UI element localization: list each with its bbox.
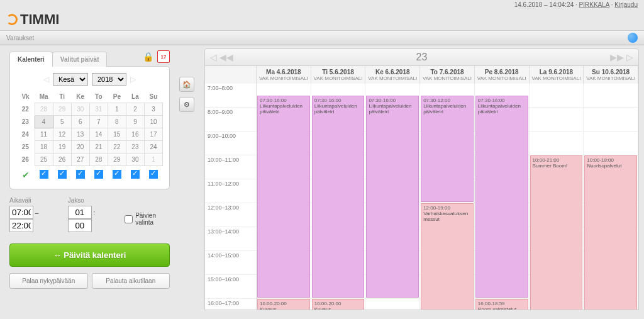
calendar-grid-scroll[interactable]: 7:00–8:008:00–9:009:00–10:0010:00–11:001… <box>204 84 639 310</box>
calendar-event[interactable]: 16:00-20:00Kuvaus <box>257 299 310 310</box>
tab-calendar[interactable]: Kalenteri <box>9 52 53 67</box>
day-checkbox[interactable] <box>58 170 67 179</box>
mini-cal-day[interactable]: 14 <box>89 128 108 141</box>
mini-cal-day[interactable]: 1 <box>108 103 126 116</box>
globe-icon[interactable] <box>628 33 638 43</box>
mini-cal-day[interactable]: 16 <box>126 128 144 141</box>
day-header: Su 10.6.2018VAK MONITOIMISALI <box>584 66 638 84</box>
calendar-event[interactable]: 07:30-16:00Liikuntapalveluiden päiväleir… <box>312 96 365 298</box>
prev-week-button[interactable]: ◁ ◀◀ <box>210 52 233 62</box>
ok-icon: ✔ <box>22 170 30 180</box>
time-slot-label: 13:00–14:00 <box>205 227 256 251</box>
mini-cal-day[interactable]: 19 <box>53 141 71 154</box>
mini-cal-day[interactable]: 10 <box>144 116 162 128</box>
gear-icon[interactable]: ⚙ <box>179 97 194 112</box>
logo-icon <box>6 14 18 25</box>
day-column[interactable]: 10:00-21:00Summer Boom! <box>530 84 584 310</box>
week-number: 23 <box>233 52 610 63</box>
day-header: To 7.6.2018VAK MONITOIMISALI <box>420 66 475 84</box>
mini-cal-day[interactable]: 2 <box>126 103 144 116</box>
next-month-button[interactable]: ▷ <box>130 75 136 84</box>
time-slot-label: 16:00–17:00 <box>205 299 256 310</box>
calendar-event[interactable]: 07:30-16:00Liikuntapalveluiden päiväleir… <box>257 96 310 298</box>
day-checkbox[interactable] <box>149 170 158 179</box>
mini-cal-day[interactable]: 29 <box>108 154 126 166</box>
mini-cal-day[interactable]: 8 <box>108 116 126 128</box>
time-slot-label: 9:00–10:00 <box>205 132 256 155</box>
mini-cal-day[interactable]: 3 <box>144 103 162 116</box>
mini-cal-day[interactable]: 22 <box>108 141 126 154</box>
period-hour-input[interactable] <box>68 206 92 219</box>
reset-button[interactable]: Palauta alkutilaan <box>92 273 170 289</box>
day-column[interactable]: 10:00-18:00Nuorisopalvelut <box>584 84 638 310</box>
day-checkbox[interactable] <box>40 170 48 179</box>
calendar-event[interactable]: 07:30-12:00Liikuntapalveluiden päiväleir… <box>421 96 474 202</box>
period-min-input[interactable] <box>68 219 92 232</box>
tab-selected-days[interactable]: Valitut päivät <box>52 52 108 67</box>
calendar-event[interactable]: 07:30-16:00Liikuntapalveluiden päiväleir… <box>366 96 419 298</box>
time-label: Aikaväli <box>9 197 58 204</box>
tenant-link[interactable]: PIRKKALA <box>579 1 609 8</box>
mini-cal-day[interactable]: 20 <box>71 141 89 154</box>
day-column[interactable]: 07:30-16:00Liikuntapalveluiden päiväleir… <box>365 84 420 310</box>
logo-row: TIMMI <box>0 11 644 30</box>
day-column[interactable]: 07:30-16:00Liikuntapalveluiden päiväleir… <box>475 84 530 310</box>
mini-cal-day[interactable]: 13 <box>71 128 89 141</box>
day-column[interactable]: 07:30-12:00Liikuntapalveluiden päiväleir… <box>420 84 475 310</box>
time-to-input[interactable] <box>9 219 33 232</box>
mini-cal-day[interactable]: 11 <box>35 128 53 141</box>
mini-cal-day[interactable]: 24 <box>144 141 162 154</box>
calendar-event[interactable]: 10:00-18:00Nuorisopalvelut <box>584 155 637 310</box>
mini-cal-day[interactable]: 18 <box>35 141 53 154</box>
mini-cal-day[interactable]: 7 <box>89 116 108 128</box>
day-select-checkbox[interactable] <box>125 215 133 223</box>
period-label: Jakso <box>68 197 114 204</box>
month-select[interactable]: Kesä <box>53 73 88 86</box>
today-button[interactable]: Palaa nykypäivään <box>9 273 88 289</box>
day-column[interactable]: 07:30-16:00Liikuntapalveluiden päiväleir… <box>257 84 311 310</box>
mini-cal-day[interactable]: 1 <box>144 154 162 166</box>
day-checkbox[interactable] <box>131 170 140 179</box>
calendar-event[interactable]: 10:00-21:00Summer Boom! <box>530 155 583 310</box>
mini-cal-day[interactable]: 23 <box>126 141 144 154</box>
day-checkbox[interactable] <box>94 170 103 179</box>
mini-cal-day[interactable]: 27 <box>71 154 89 166</box>
home-icon[interactable]: 🏠 <box>179 77 194 92</box>
mini-cal-day[interactable]: 9 <box>126 116 144 128</box>
mini-cal-day[interactable]: 17 <box>144 128 162 141</box>
mini-cal-day[interactable]: 21 <box>89 141 108 154</box>
time-slot-label: 15:00–16:00 <box>205 275 256 299</box>
mini-cal-day[interactable]: 30 <box>126 154 144 166</box>
calendar-event[interactable]: 16:00-18:59Boom-valmistelut <box>475 299 528 310</box>
mini-cal-day[interactable]: 25 <box>35 154 53 166</box>
mini-cal-day[interactable]: 4 <box>35 116 53 128</box>
calendar-event[interactable]: 16:00-20:00Kuvaus <box>312 299 365 310</box>
day-checkbox[interactable] <box>76 170 85 179</box>
year-select[interactable]: 2018 <box>92 73 126 86</box>
calendar-event[interactable]: 07:30-16:00Liikuntapalveluiden päiväleir… <box>475 96 528 298</box>
logo: TIMMI <box>6 11 638 28</box>
day-header: Ke 6.6.2018VAK MONITOIMISALI <box>365 66 420 84</box>
time-from-input[interactable] <box>9 206 33 219</box>
time-slot-label: 12:00–13:00 <box>205 203 256 227</box>
lock-icon[interactable]: 🔒 <box>143 52 153 62</box>
login-link[interactable]: Kirjaudu <box>614 1 638 8</box>
prev-month-button[interactable]: ◁ <box>43 75 49 84</box>
day-column[interactable]: 07:30-16:00Liikuntapalveluiden päiväleir… <box>311 84 366 310</box>
calendar-view: ◁ ◀◀ 23 ▶▶ ▷ Ma 4.6.2018VAK MONITOIMISAL… <box>199 45 644 319</box>
mini-cal-day[interactable]: 26 <box>53 154 71 166</box>
mini-cal-day[interactable]: 28 <box>35 103 53 116</box>
calendar-mini-icon[interactable]: 17 <box>157 50 170 63</box>
next-week-button[interactable]: ▶▶ ▷ <box>610 52 633 62</box>
refresh-calendar-button[interactable]: ↔ Päivitä kalenteri <box>9 243 170 267</box>
day-checkbox[interactable] <box>113 170 121 179</box>
mini-cal-day[interactable]: 6 <box>71 116 89 128</box>
mini-cal-day[interactable]: 28 <box>89 154 108 166</box>
mini-cal-day[interactable]: 12 <box>53 128 71 141</box>
mini-cal-day[interactable]: 29 <box>53 103 71 116</box>
calendar-event[interactable]: 12:00-19:00Varhaiskasvatuksen messut <box>421 203 474 310</box>
mini-cal-day[interactable]: 30 <box>71 103 89 116</box>
mini-cal-day[interactable]: 5 <box>53 116 71 128</box>
mini-cal-day[interactable]: 31 <box>89 103 108 116</box>
mini-cal-day[interactable]: 15 <box>108 128 126 141</box>
